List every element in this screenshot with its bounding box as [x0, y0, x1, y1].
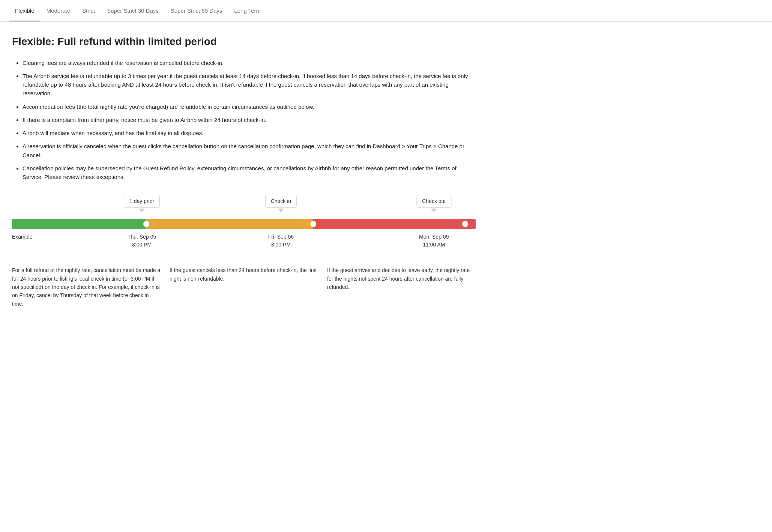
policy-bullet-3: Accommodation fees (the total nightly ra… [23, 102, 476, 111]
label-check-out: Check out [416, 195, 451, 212]
tab-flexible[interactable]: Flexible [9, 0, 41, 21]
arrow-1-day [139, 209, 145, 212]
tab-moderate[interactable]: Moderate [41, 0, 76, 21]
bar-green [12, 219, 146, 229]
policy-bullet-2: The Airbnb service fee is refundable up … [23, 72, 476, 98]
arrow-check-in [278, 209, 284, 212]
policy-bullet-4: If there is a complaint from either part… [23, 116, 476, 124]
timeline-labels: 1 day prior Check in Check out [12, 195, 476, 219]
label-box-check-out: Check out [416, 195, 451, 208]
dot-red [462, 221, 468, 227]
date-2-line2: 3:00 PM [268, 241, 294, 249]
desc-col-1: For a full refund of the nightly rate, c… [12, 266, 161, 308]
policy-bullet-6: A reservation is officially canceled whe… [23, 142, 476, 159]
label-box-1-day: 1 day prior [124, 195, 160, 208]
arrow-check-out [431, 209, 437, 212]
tab-super-strict-60[interactable]: Super Strict 60 Days [165, 0, 228, 21]
policy-bullet-7: Cancellation policies may be superseded … [23, 164, 476, 182]
main-content: Flexible: Full refund within limited per… [0, 22, 488, 323]
bar-yellow [146, 219, 313, 229]
timeline-bar [12, 219, 476, 229]
tab-strict[interactable]: Strict [76, 0, 101, 21]
date-1-line2: 3:00 PM [128, 241, 156, 249]
date-1-line1: Thu, Sep 05 [128, 233, 156, 241]
dot-green [143, 221, 149, 227]
label-box-check-in: Check in [265, 195, 297, 208]
tabs-bar: Flexible Moderate Strict Super Strict 30… [0, 0, 772, 22]
tab-super-strict-30[interactable]: Super Strict 30 Days [101, 0, 165, 21]
timeline-dates: Example Thu, Sep 05 3:00 PM Fri, Sep 06 … [12, 233, 476, 254]
policy-list: Cleaning fees are always refunded if the… [12, 59, 476, 182]
timeline-section: 1 day prior Check in Check out [12, 195, 476, 308]
date-2: Fri, Sep 06 3:00 PM [268, 233, 294, 249]
date-3-line2: 11:00 AM [419, 241, 449, 249]
policy-bullet-5: Airbnb will mediate when necessary, and … [23, 129, 476, 137]
desc-col-2: If the guest cancels less than 24 hours … [170, 266, 318, 308]
tab-long-term[interactable]: Long Term [228, 0, 267, 21]
description-columns: For a full refund of the nightly rate, c… [12, 266, 476, 308]
example-label: Example [12, 233, 32, 241]
date-1: Thu, Sep 05 3:00 PM [128, 233, 156, 249]
date-3-line1: Mon, Sep 09 [419, 233, 449, 241]
label-1-day-prior: 1 day prior [124, 195, 160, 212]
label-check-in: Check in [265, 195, 297, 212]
date-3: Mon, Sep 09 11:00 AM [419, 233, 449, 249]
date-2-line1: Fri, Sep 06 [268, 233, 294, 241]
bar-red [313, 219, 476, 229]
dot-yellow [310, 221, 316, 227]
desc-col-3: If the guest arrives and decides to leav… [327, 266, 476, 308]
page-title: Flexible: Full refund within limited per… [12, 34, 476, 50]
policy-bullet-1: Cleaning fees are always refunded if the… [23, 59, 476, 67]
